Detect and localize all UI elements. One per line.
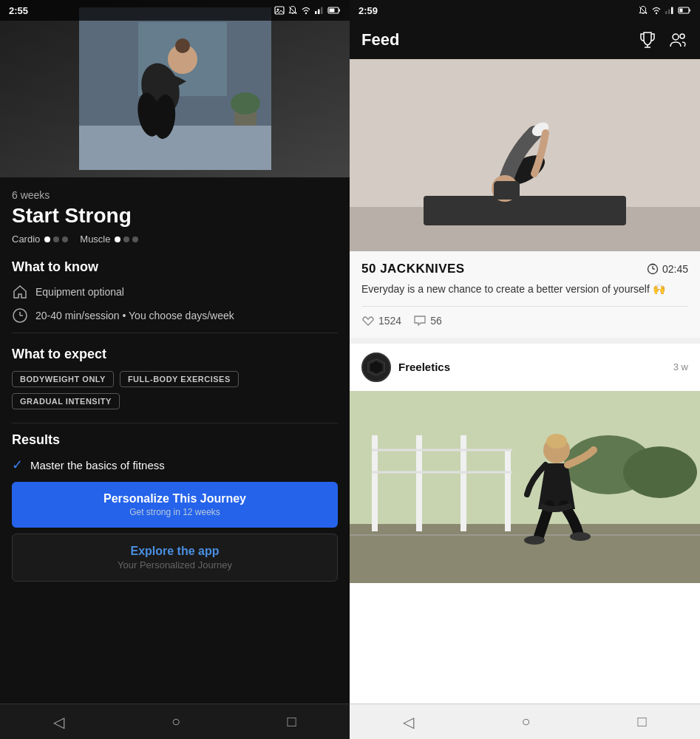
badge-bodyweight: BODYWEIGHT ONLY <box>12 371 114 387</box>
workout-card-top: 50 JACKKNIVES 02:45 <box>361 262 688 276</box>
people-icon[interactable] <box>669 30 688 50</box>
author-name: Freeletics <box>398 361 450 373</box>
right-back-icon[interactable]: ◁ <box>403 713 414 731</box>
wifi-icon-right <box>651 5 662 16</box>
bell-mute-icon-right <box>638 5 648 16</box>
workout-title: 50 JACKKNIVES <box>361 262 465 276</box>
workout-description: Everyday is a new chance to create a bet… <box>361 282 688 297</box>
svg-point-14 <box>231 92 260 115</box>
svg-point-3 <box>305 13 307 14</box>
svg-point-33 <box>673 34 679 40</box>
right-status-bar: 2:59 <box>350 0 700 21</box>
what-to-expect-heading: What to expect <box>12 347 338 362</box>
left-status-icons <box>274 5 341 16</box>
workout-stats: 1524 56 <box>361 314 688 327</box>
battery-icon-right <box>678 5 691 16</box>
left-square-icon[interactable]: □ <box>288 713 296 730</box>
svg-rect-6 <box>321 7 323 15</box>
left-back-icon[interactable]: ◁ <box>53 713 64 731</box>
results-heading: Results <box>12 432 338 448</box>
svg-rect-37 <box>424 196 626 225</box>
svg-point-60 <box>546 434 567 449</box>
cardio-dot-2 <box>53 236 59 242</box>
muscle-dot-1 <box>115 236 120 242</box>
left-home-icon[interactable]: ○ <box>171 713 180 730</box>
freeletics-logo-icon <box>367 358 386 377</box>
likes-stat: 1524 <box>361 314 401 327</box>
badge-fullbody: FULL-BODY EXERCISES <box>120 371 239 387</box>
author-avatar <box>361 353 391 382</box>
right-time: 2:59 <box>359 5 378 16</box>
explore-sub-text: Your Personalized Journey <box>23 559 327 571</box>
left-panel: 2:55 <box>0 0 350 739</box>
svg-point-34 <box>680 34 684 38</box>
muscle-tag: Muscle <box>80 234 138 245</box>
personalize-button[interactable]: Personalize This Journey Get strong in 1… <box>12 482 338 528</box>
cardio-dot-3 <box>62 236 68 242</box>
card-divider <box>361 306 688 307</box>
signal-icon-left <box>314 5 324 16</box>
weeks-label: 6 weeks <box>12 189 338 201</box>
athlete-silhouette <box>79 7 271 170</box>
explore-link-text: Explore the app <box>23 545 327 558</box>
feed-hero-image <box>350 59 700 251</box>
trophy-icon[interactable] <box>638 30 657 50</box>
clock-icon <box>12 307 28 324</box>
workout-time-value: 02:45 <box>662 263 688 275</box>
svg-rect-49 <box>350 524 700 583</box>
svg-point-1 <box>277 9 279 11</box>
wifi-icon-left <box>301 5 311 16</box>
svg-rect-30 <box>690 10 691 12</box>
signal-icon-right <box>665 5 675 16</box>
left-status-bar: 2:55 <box>0 0 350 21</box>
likes-count: 1524 <box>378 315 401 327</box>
workout-desc-text: Everyday is a new chance to create a bet… <box>361 283 665 295</box>
feed-post: Freeletics 3 w <box>350 344 700 704</box>
svg-rect-25 <box>665 11 667 14</box>
post-time: 3 w <box>673 361 688 372</box>
cardio-dot-1 <box>44 236 50 242</box>
right-home-icon[interactable]: ○ <box>521 713 530 730</box>
bell-mute-icon-left <box>288 5 298 16</box>
right-square-icon[interactable]: □ <box>637 713 646 730</box>
personalize-sub-text: Get strong in 12 weeks <box>22 507 327 517</box>
svg-point-58 <box>623 446 697 498</box>
program-title: Start Strong <box>12 204 338 228</box>
right-panel: 2:59 Feed <box>350 0 700 739</box>
result-text-1: Master the basics of fitness <box>30 459 165 471</box>
cta-buttons: Personalize This Journey Get strong in 1… <box>12 482 338 588</box>
result-item-1: ✓ Master the basics of fitness <box>12 457 338 473</box>
workout-card: 50 JACKKNIVES 02:45 Everyday is a new ch… <box>350 251 700 338</box>
explore-button[interactable]: Explore the app Your Personalized Journe… <box>12 534 338 582</box>
running-athlete <box>350 391 700 583</box>
cardio-label: Cardio <box>12 234 40 245</box>
time-info: 20-40 min/session • You choose days/week <box>12 307 338 324</box>
likes-icon <box>361 314 375 327</box>
home-icon <box>12 284 28 300</box>
badge-gradual: GRADUAL INTENSITY <box>12 393 120 409</box>
muscle-dots <box>115 236 138 242</box>
cardio-dots <box>44 236 68 242</box>
muscle-dot-2 <box>123 236 129 242</box>
timer-icon <box>647 263 659 275</box>
svg-point-17 <box>175 38 190 53</box>
svg-rect-26 <box>668 10 670 15</box>
results-section: Results ✓ Master the basics of fitness <box>12 432 338 473</box>
battery-icon-left <box>327 5 341 16</box>
jackknives-athlete <box>350 59 700 251</box>
svg-rect-41 <box>494 181 520 200</box>
right-header: Feed <box>350 21 700 59</box>
left-content: 6 weeks Start Strong Cardio Muscle <box>0 177 350 704</box>
right-nav-bar: ◁ ○ □ <box>350 704 700 739</box>
post-header: Freeletics 3 w <box>350 344 700 391</box>
svg-rect-8 <box>330 9 335 13</box>
svg-rect-27 <box>671 7 673 15</box>
comments-count: 56 <box>430 315 442 327</box>
svg-rect-5 <box>318 10 320 15</box>
svg-rect-11 <box>79 126 271 170</box>
what-to-expect-section: What to expect BODYWEIGHT ONLY FULL-BODY… <box>12 347 338 409</box>
post-author: Freeletics <box>361 353 450 382</box>
personalize-main-text: Personalize This Journey <box>22 492 327 505</box>
svg-marker-47 <box>370 361 382 373</box>
time-text: 20-40 min/session • You choose days/week <box>35 310 234 321</box>
